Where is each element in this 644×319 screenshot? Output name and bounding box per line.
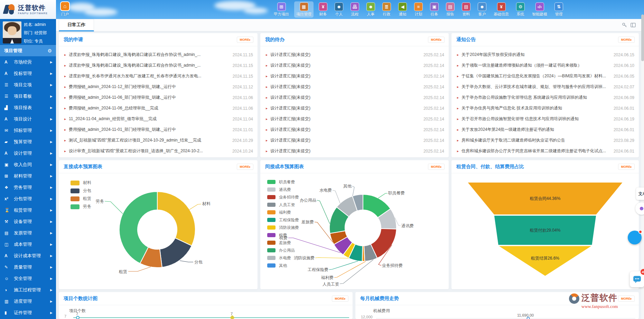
sidebar-item-招标管理[interactable]: ✉招标管理▶ <box>0 125 56 136</box>
list-item[interactable]: ▸设计审查_彭祖新城"四馆"景观工程设计项目_请选择_胡广生_2024-10-2… <box>59 146 258 156</box>
sidebar-item-项目报表[interactable]: ▟项目报表▶ <box>0 102 56 113</box>
more-button[interactable]: MORE▸ <box>332 296 348 302</box>
list-item[interactable]: ▸设计进度汇报(未提交)2025.02.14 <box>260 60 449 71</box>
sidebar-item-收入合同[interactable]: ▣收入合同▶ <box>0 159 56 170</box>
legend-item-通讯费[interactable]: 通讯费 <box>267 186 299 193</box>
sidebar-item-投标管理[interactable]: A投标管理▶ <box>0 68 56 79</box>
donut-slice-工程保险费[interactable] <box>349 244 363 261</box>
donut-slice-通讯费[interactable] <box>378 209 396 229</box>
tab-daily-work[interactable]: 日常工作 <box>59 19 94 31</box>
sidebar-item-发票管理[interactable]: ▤发票管理▶ <box>0 227 56 239</box>
list-item[interactable]: ▸进度款申报_珠海鹤港口建设_珠海鹤港口建设工程合作协议书_admin_...2… <box>59 49 258 60</box>
list-item[interactable]: ▸设计进度汇报(未提交)2025.02.14 <box>260 124 449 135</box>
more-button[interactable]: MORE▸ <box>428 164 445 170</box>
list-item[interactable]: ▸设计进度汇报(未提交)2025.02.14 <box>260 146 449 156</box>
list-item[interactable]: ▸进度款申报_珠海鹤港口建设_珠海鹤港口建设工程合作协议书_admin_...2… <box>59 60 258 71</box>
donut-slice-办公用品[interactable] <box>329 207 349 233</box>
list-item[interactable]: ▸设计进度汇报(未提交)2025.02.14 <box>260 49 449 60</box>
nav-item-客户[interactable]: ☻客户 <box>476 1 488 18</box>
list-item[interactable]: ▸关于召开市政公用设施智慧化管理 信息技术与应用培训班的通知2024.06.19 <box>451 114 639 124</box>
nav-item-资料[interactable]: ▤资料 <box>460 1 473 18</box>
nav-item-计划[interactable]: ≡计划 <box>412 1 425 18</box>
legend-item-劳务[interactable]: 劳务 <box>71 203 91 211</box>
donut-slice-水电费[interactable] <box>337 196 357 217</box>
sidebar-item-市场经营[interactable]: A市场经营▶ <box>0 56 56 68</box>
legend-item-业务招待费[interactable]: 业务招待费 <box>267 193 299 201</box>
nav-item-报告[interactable]: ▤报告 <box>444 1 457 18</box>
list-item[interactable]: ▸进度款申报_长春市伊通河水力发电厂改建工程_长春市伊通河水力发电...2024… <box>59 71 258 81</box>
list-item[interactable]: ▸设计进度汇报(未提交)2025.02.14 <box>260 103 449 114</box>
list-item[interactable]: ▸费用报销_admin_2024-11-12_部门经理审批_胡建,_运行中202… <box>59 81 258 92</box>
list-item[interactable]: ▸于征集《中国建筑施工行业信息化发展报告（2024）—BIM应用与发展》材料..… <box>451 71 639 81</box>
list-item[interactable]: ▸设计进度汇报(未提交)2025.02.14 <box>260 71 449 81</box>
legend-item-税费[interactable]: 税费 <box>267 231 299 239</box>
sidebar-item-安全管理[interactable]: ☺安全管理▶ <box>0 273 56 284</box>
sidebar-item-设备管理[interactable]: ⚒设备管理▶ <box>0 216 56 227</box>
sidebar-item-成本管理[interactable]: ◫成本管理▶ <box>0 239 56 250</box>
list-item[interactable]: ▸关于领取一级注册建造师增项贴的通知（须持一建证书前来领取）2024.06.10 <box>451 60 639 71</box>
sidebar-item-设计成本管理[interactable]: A设计成本管理▶ <box>0 250 56 261</box>
donut-slice-其他[interactable] <box>352 194 363 211</box>
list-item[interactable]: ▸关于举办住房与房地产信息化 技术及应用培训班的通知2024.06.01 <box>451 103 639 114</box>
legend-item-材料[interactable]: 材料 <box>71 179 91 187</box>
more-button[interactable]: MORE▸ <box>618 37 635 43</box>
list-item[interactable]: ▸住房和城乡建设部办公厅关于同意吉林省开展二级建造师注册证书电子化试点...20… <box>451 146 639 156</box>
sidebar-item-材料管理[interactable]: ⊞材料管理▶ <box>0 170 56 182</box>
donut-slice-材料[interactable] <box>157 192 195 246</box>
more-button[interactable]: MORE▸ <box>237 37 253 43</box>
donut-slice-业务招待费[interactable] <box>371 229 396 258</box>
more-button[interactable]: MORE▸ <box>428 37 445 43</box>
gear-icon[interactable]: ⚙ <box>47 48 52 54</box>
sidebar-item-质量管理[interactable]: ✎质量管理▶ <box>0 261 56 273</box>
list-item[interactable]: ▸关于发放2024年第24批一级建造师注册证书的通知2024.06.01 <box>451 124 639 135</box>
legend-item-分包[interactable]: 分包 <box>71 187 91 195</box>
legend-item-租赁[interactable]: 租赁 <box>71 195 91 203</box>
sidebar-item-设计管理[interactable]: A设计管理▶ <box>0 147 56 159</box>
portal-button[interactable]: ⌂ 门户 <box>57 1 73 17</box>
nav-item-系统[interactable]: ⚙系统 <box>514 1 527 18</box>
nav-item-智能建模[interactable]: ‹/›智能建模 <box>530 1 549 18</box>
list-item[interactable]: ▸关于举办市政公用设施数字化管理信息 系统建设与应用培训班的通知2024.06.… <box>451 92 639 103</box>
legend-item-其他[interactable]: 其他 <box>267 262 299 269</box>
legend-item-差旅费[interactable]: 差旅费 <box>267 239 299 246</box>
nav-item-财务[interactable]: ¥财务 <box>317 1 329 18</box>
donut-slice-福利费[interactable] <box>362 246 365 261</box>
nav-item-项目管理[interactable]: ▦项目管理 <box>294 1 314 18</box>
sidebar-item-证件管理[interactable]: ▮证件管理▶ <box>0 307 56 318</box>
funnel-segment-租赁合同[interactable] <box>467 182 623 215</box>
nav-item-通知[interactable]: ◀通知 <box>396 1 409 18</box>
legend-item-福利费[interactable]: 福利费 <box>267 209 299 216</box>
legend-item-办公用品[interactable]: 办公用品 <box>267 246 299 254</box>
donut-slice-税费[interactable] <box>334 237 352 255</box>
sidebar-item-施工过程管理[interactable]: ◑施工过程管理▶ <box>0 284 56 296</box>
nav-item-管理[interactable]: ⇅管理 <box>552 1 565 18</box>
contact-float-button[interactable] <box>628 231 642 244</box>
list-item[interactable]: ▸设计进度汇报(未提交)2025.02.14 <box>260 114 449 124</box>
donut-slice-差旅费[interactable] <box>330 231 347 245</box>
key-icon[interactable] <box>622 22 627 29</box>
donut-slice-人员工资[interactable] <box>364 244 377 261</box>
sidebar-item-预算管理[interactable]: ▰预算管理▶ <box>0 136 56 147</box>
donut-slice-分包[interactable] <box>160 238 192 267</box>
sidebar-item-分包管理[interactable]: x²分包管理▶ <box>0 193 56 204</box>
donut-slice-劳务[interactable] <box>119 192 157 263</box>
sidebar-item-租赁管理[interactable]: ⌛租赁管理▶ <box>0 204 56 216</box>
legend-item-水电费[interactable]: 水电费 <box>267 254 299 262</box>
donut-slice-职员餐费[interactable] <box>363 194 391 218</box>
nav-item-人事[interactable]: ☻人事 <box>364 1 377 18</box>
funnel-segment-租赁结算[interactable] <box>498 246 592 276</box>
funnel-segment-租赁付款[interactable] <box>494 215 596 245</box>
list-item[interactable]: ▸费用报销_admin_2024-11-06_部门经理审批_胡建,_运行中202… <box>59 92 258 103</box>
list-item[interactable]: ▸设计进度汇报(未提交)2025.02.14 <box>260 92 449 103</box>
legend-item-消防设施费[interactable]: 消防设施费 <box>267 224 299 231</box>
sidebar-item-项目立项[interactable]: ☰项目立项▶ <box>0 79 56 90</box>
sidebar-item-劳务管理[interactable]: ❖劳务管理▶ <box>0 182 56 193</box>
chat-widget[interactable]: 45 <box>630 271 644 287</box>
more-button[interactable]: MORE▸ <box>618 296 635 302</box>
donut-slice-租赁[interactable] <box>140 247 162 268</box>
nav-item-个人[interactable]: ☻个人 <box>333 1 345 18</box>
nav-item-行政[interactable]: ≣行政 <box>380 1 393 18</box>
sidebar-item-项目设计[interactable]: A项目设计▶ <box>0 113 56 125</box>
list-item[interactable]: ▸关于举办大数据、云计算技术在城市建设、规划、管理与服务中的应用培训班...20… <box>451 81 639 92</box>
donut-slice-消防设施费[interactable] <box>343 242 355 258</box>
